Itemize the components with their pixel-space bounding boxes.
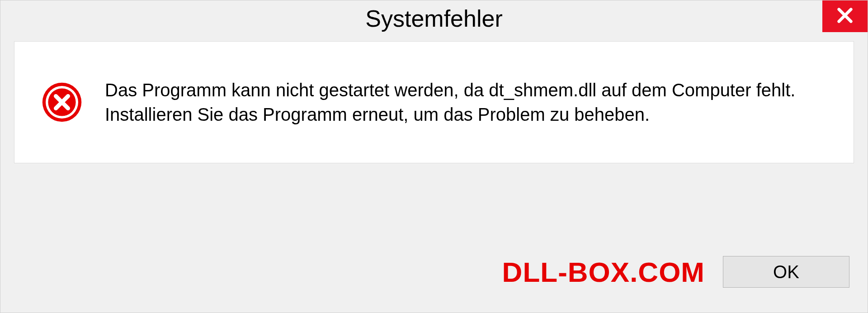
- dialog-footer: DLL-BOX.COM OK: [0, 245, 868, 313]
- watermark-text: DLL-BOX.COM: [502, 256, 705, 288]
- dialog-title: Systemfehler: [365, 5, 502, 32]
- ok-button-label: OK: [773, 262, 799, 282]
- close-button[interactable]: [822, 0, 868, 32]
- dialog-content: Das Programm kann nicht gestartet werden…: [14, 41, 854, 163]
- error-icon: [42, 82, 82, 123]
- ok-button[interactable]: OK: [723, 256, 849, 288]
- error-message: Das Programm kann nicht gestartet werden…: [105, 78, 826, 127]
- close-icon: [836, 6, 854, 26]
- dialog-titlebar: Systemfehler: [0, 0, 868, 37]
